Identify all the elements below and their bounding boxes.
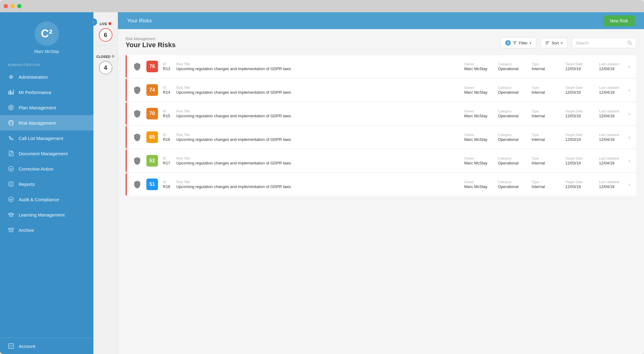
new-risk-button[interactable]: New Risk — [603, 15, 635, 26]
category-field: Category Operational — [498, 109, 522, 118]
last-updated-label: Last Updated — [599, 133, 623, 137]
category-label: Category — [498, 86, 522, 89]
sidebar-item-call-list-management[interactable]: Call List Management — [0, 130, 93, 146]
svg-rect-1 — [10, 90, 11, 95]
sidebar-item-learning-management[interactable]: Learning Management — [0, 207, 93, 222]
category-label: Category — [498, 62, 522, 66]
checkmark-icon — [8, 165, 14, 172]
title-label: Risk Title — [176, 109, 459, 113]
risk-shield-icon — [133, 180, 141, 189]
maximize-button[interactable] — [17, 4, 21, 8]
sidebar-item-risk-management[interactable]: Risk Management — [0, 115, 93, 130]
svg-rect-2 — [12, 92, 13, 95]
sidebar-item-archive[interactable]: Archive — [0, 222, 93, 238]
owner-label: Owner — [464, 109, 489, 113]
logo-icon: C² — [35, 21, 59, 46]
risk-info: ID R18 Risk Title Upcoming regulation ch… — [163, 180, 459, 189]
category-value: Operational — [498, 66, 522, 71]
search-box[interactable] — [572, 38, 636, 48]
target-date-value: 12/03/19 — [565, 161, 590, 165]
account-icon — [8, 343, 14, 349]
risk-title-value: Upcoming regulation changes and implemen… — [176, 184, 459, 189]
sidebar-item-plan-management[interactable]: Plan Management — [0, 100, 93, 115]
filter-chevron-icon: ▾ — [529, 41, 532, 45]
risk-list-item[interactable]: 51 ID R18 Risk Title Upcoming regulation… — [126, 173, 636, 196]
target-date-field: Target Date 12/03/19 — [565, 109, 590, 118]
plan-icon — [8, 104, 14, 111]
category-value: Operational — [498, 114, 522, 118]
live-count[interactable]: 6 — [99, 28, 112, 42]
svg-point-6 — [11, 107, 12, 108]
reports-icon — [8, 181, 14, 187]
risk-id-field: ID R17 — [163, 156, 170, 165]
risk-shield-icon — [133, 86, 141, 94]
filter-button[interactable]: 2 Filter ▾ — [501, 37, 536, 48]
owner-value: Marc McStay — [464, 90, 489, 95]
risk-info: ID R14 Risk Title Upcoming regulation ch… — [163, 86, 459, 95]
sidebar-item-administration[interactable]: ⚙ Administration — [0, 69, 93, 85]
target-date-value: 12/03/19 — [565, 114, 590, 118]
id-label: ID — [163, 156, 170, 160]
search-input[interactable] — [576, 41, 625, 45]
close-button[interactable] — [4, 4, 8, 8]
sidebar-item-corrective-action[interactable]: Corrective Action — [0, 161, 93, 176]
topbar-title: Your Risks — [127, 18, 152, 24]
risk-score-badge: 74 — [146, 84, 158, 96]
target-date-field: Target Date 12/03/19 — [565, 156, 590, 165]
svg-point-15 — [9, 197, 13, 202]
sidebar-logo-area: C² Marc McStay — [0, 12, 93, 58]
svg-rect-16 — [9, 228, 13, 229]
type-value: Internal — [532, 184, 556, 189]
sidebar-item-reports[interactable]: Reports — [0, 176, 93, 192]
type-field: Type Internal — [532, 133, 556, 142]
risk-list-item[interactable]: 76 ID R13 Risk Title Upcoming regulation… — [126, 55, 636, 78]
sort-button[interactable]: Sort ▾ — [541, 38, 567, 48]
owner-value: Marc McStay — [464, 114, 489, 118]
owner-value: Marc McStay — [464, 137, 489, 142]
account-section[interactable]: Account — [0, 338, 93, 354]
category-label: Category — [498, 156, 522, 160]
main-content: Your Risks New Risk Risk Management Your… — [118, 12, 644, 354]
title-label: Risk Title — [176, 180, 459, 184]
risk-title-field: Risk Title Upcoming regulation changes a… — [176, 180, 459, 189]
risk-id-field: ID R18 — [163, 180, 170, 189]
risk-meta: Owner Marc McStay Category Operational T… — [464, 180, 623, 189]
row-chevron-icon: › — [628, 111, 630, 117]
risk-info: ID R13 Risk Title Upcoming regulation ch… — [163, 62, 459, 71]
category-label: Category — [498, 109, 522, 113]
owner-field: Owner Marc McStay — [464, 133, 489, 142]
category-label: Category — [498, 180, 522, 184]
target-date-field: Target Date 12/03/19 — [565, 62, 590, 71]
filter-icon — [513, 41, 517, 45]
closed-settings-icon: ⚙ — [111, 55, 115, 58]
sidebar-item-document-management[interactable]: Document Management — [0, 146, 93, 161]
risk-list-item[interactable]: 65 ID R16 Risk Title Upcoming regulation… — [126, 126, 636, 149]
owner-value: Marc McStay — [464, 66, 489, 71]
sidebar-item-audit-compliance[interactable]: Audit & Compliance — [0, 192, 93, 207]
title-label: Risk Title — [176, 133, 459, 137]
risk-list-item[interactable]: 74 ID R14 Risk Title Upcoming regulation… — [126, 79, 636, 101]
closed-count[interactable]: 4 — [99, 61, 112, 74]
minimize-button[interactable] — [10, 4, 15, 8]
owner-label: Owner — [464, 156, 489, 160]
sidebar-collapse-button[interactable]: ‹ — [90, 18, 97, 26]
id-label: ID — [163, 180, 170, 184]
type-field: Type Internal — [532, 109, 556, 118]
search-icon — [627, 40, 632, 45]
risk-info: ID R17 Risk Title Upcoming regulation ch… — [163, 156, 459, 165]
owner-label: Owner — [464, 180, 489, 184]
type-field: Type Internal — [532, 180, 556, 189]
category-field: Category Operational — [498, 62, 522, 71]
owner-label: Owner — [464, 133, 489, 137]
target-date-label: Target Date — [565, 109, 590, 113]
row-chevron-icon: › — [628, 134, 630, 141]
risk-list-item[interactable]: 52 ID R17 Risk Title Upcoming regulation… — [126, 149, 636, 172]
risk-id-field: ID R16 — [163, 133, 170, 142]
risk-list-item[interactable]: 70 ID R15 Risk Title Upcoming regulation… — [126, 102, 636, 125]
sidebar-item-label: MI Performance — [19, 90, 51, 95]
risk-title-field: Risk Title Upcoming regulation changes a… — [176, 156, 459, 165]
last-updated-value: 12/04/19 — [599, 184, 623, 189]
risk-title-value: Upcoming regulation changes and implemen… — [176, 66, 459, 71]
sidebar-item-label: Risk Management — [19, 120, 56, 126]
sidebar-item-mi-performance[interactable]: MI Performance — [0, 85, 93, 100]
